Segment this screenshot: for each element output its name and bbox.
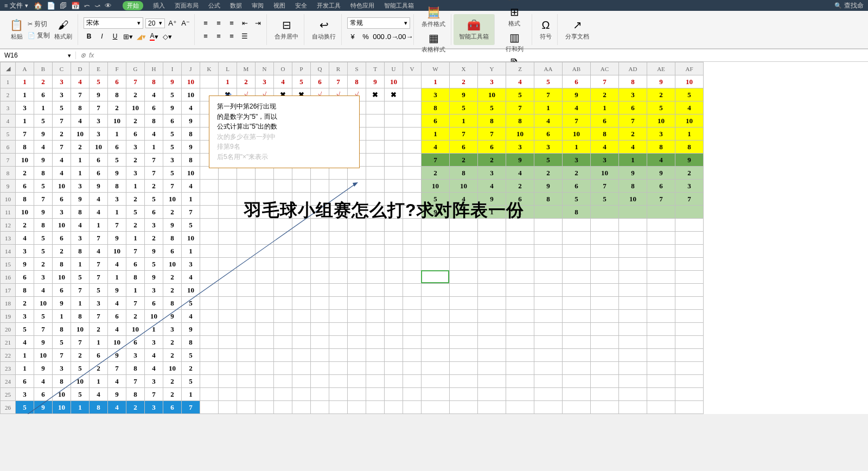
cell[interactable] (403, 349, 422, 362)
cell[interactable] (385, 141, 403, 154)
fx-button[interactable]: fx (89, 52, 94, 59)
cell[interactable]: 4 (478, 180, 506, 193)
cell[interactable] (200, 193, 219, 206)
cell[interactable] (534, 271, 563, 284)
cell[interactable]: 9 (182, 141, 200, 154)
col-header[interactable]: A (16, 62, 34, 75)
cell[interactable] (348, 310, 366, 323)
cell[interactable]: 1 (126, 284, 145, 297)
cell[interactable] (219, 232, 237, 245)
cell[interactable]: 4 (34, 375, 53, 388)
cell[interactable] (348, 297, 366, 310)
cell[interactable]: 2 (34, 258, 53, 271)
cell[interactable] (311, 258, 329, 271)
row-header[interactable]: 25 (1, 388, 16, 401)
cell[interactable]: 5 (53, 336, 71, 349)
cell[interactable]: 5 (675, 88, 704, 101)
cell[interactable]: 4 (34, 284, 53, 297)
row-col-button[interactable]: ▥行和列 (503, 30, 526, 54)
cell[interactable] (237, 180, 256, 193)
cell[interactable]: 6 (619, 101, 647, 114)
cell[interactable]: 4 (534, 114, 563, 128)
cell[interactable]: 9 (450, 88, 478, 101)
cell[interactable]: 9 (90, 180, 108, 193)
cell[interactable] (219, 271, 237, 284)
cell[interactable]: 1 (563, 141, 591, 154)
cell[interactable]: 8 (163, 297, 182, 310)
cell[interactable]: 1 (90, 219, 108, 232)
percent-button[interactable]: % (360, 31, 371, 42)
cell[interactable] (329, 310, 348, 323)
cell[interactable]: 7 (145, 154, 163, 167)
cell[interactable]: 4 (506, 167, 534, 180)
cell[interactable]: 7 (591, 75, 619, 88)
cell[interactable]: 5 (90, 284, 108, 297)
cell[interactable]: 6 (534, 128, 563, 141)
cell[interactable] (366, 336, 385, 349)
align-mid-button[interactable]: ≡ (213, 18, 224, 29)
col-header[interactable]: AF (675, 62, 704, 75)
cell[interactable] (200, 271, 219, 284)
cell[interactable]: 9 (145, 271, 163, 284)
row-header[interactable]: 3 (1, 101, 16, 114)
cell[interactable] (647, 284, 675, 297)
cell[interactable]: 8 (619, 180, 647, 193)
cell[interactable] (534, 310, 563, 323)
cell[interactable] (385, 375, 403, 388)
cell[interactable]: 1 (450, 114, 478, 128)
qat-preview[interactable]: 👁 (105, 2, 112, 10)
cell[interactable] (563, 297, 591, 310)
cell[interactable] (348, 167, 366, 180)
cell[interactable]: 6 (145, 297, 163, 310)
cell[interactable] (329, 245, 348, 258)
cell[interactable]: 5 (292, 75, 311, 88)
cell[interactable] (647, 401, 675, 414)
cell[interactable]: 8 (450, 167, 478, 180)
file-menu[interactable]: ≡ 文件 ▾ (4, 1, 28, 10)
cell[interactable]: 2 (126, 219, 145, 232)
cell[interactable] (478, 310, 506, 323)
cell[interactable] (563, 245, 591, 258)
search-box[interactable]: 🔍 查找命 (834, 1, 864, 10)
cell[interactable]: 4 (145, 128, 163, 141)
cell[interactable] (563, 349, 591, 362)
cell[interactable] (675, 232, 704, 245)
cell[interactable]: 4 (16, 232, 34, 245)
cell[interactable]: 4 (422, 141, 450, 154)
row-header[interactable]: 16 (1, 271, 16, 284)
cell[interactable]: 9 (108, 167, 126, 180)
cell[interactable] (478, 258, 506, 271)
cell[interactable]: 5 (145, 193, 163, 206)
cell[interactable]: 2 (591, 88, 619, 101)
cell[interactable]: 6 (126, 336, 145, 349)
cell[interactable]: 3 (675, 180, 704, 193)
cell[interactable]: 10 (53, 180, 71, 193)
cell[interactable] (619, 219, 647, 232)
cell[interactable]: 5 (53, 101, 71, 114)
cell[interactable]: 7 (34, 323, 53, 336)
cell[interactable]: 2 (237, 75, 256, 88)
col-header[interactable]: X (450, 62, 478, 75)
cell[interactable]: 2 (16, 297, 34, 310)
cell[interactable]: 3 (145, 219, 163, 232)
cell[interactable] (292, 180, 311, 193)
cell[interactable]: 5 (478, 101, 506, 114)
cell[interactable] (292, 336, 311, 349)
cell[interactable] (534, 206, 563, 219)
cell[interactable] (219, 336, 237, 349)
cell[interactable] (256, 284, 274, 297)
cell[interactable]: 2 (163, 336, 182, 349)
cell[interactable]: 10 (53, 388, 71, 401)
cell[interactable] (385, 180, 403, 193)
underline-button[interactable]: U (110, 31, 120, 42)
tab-home[interactable]: 开始 (123, 1, 143, 10)
cell[interactable] (274, 297, 292, 310)
row-header[interactable]: 23 (1, 362, 16, 375)
cell[interactable]: 4 (34, 141, 53, 154)
cell[interactable] (200, 219, 219, 232)
cell[interactable] (348, 349, 366, 362)
cell[interactable] (591, 349, 619, 362)
cell[interactable] (348, 388, 366, 401)
cell[interactable]: 5 (16, 401, 34, 414)
cell[interactable]: 4 (108, 401, 126, 414)
